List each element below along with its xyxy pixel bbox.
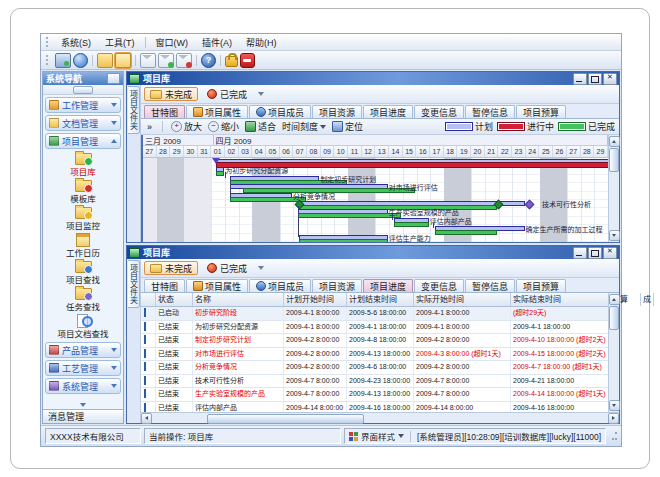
- table-viewtab-0[interactable]: 未完成: [144, 261, 198, 275]
- table-row[interactable]: 已结束评估内部产品2009-4-14 8:00:002009-4-16 18:0…: [141, 402, 608, 413]
- sidebar-item-1[interactable]: 模板库: [70, 179, 96, 204]
- sidebar-tab-message-management[interactable]: 消息管理: [43, 409, 123, 423]
- sidebar-item-3[interactable]: 工作日历: [66, 233, 100, 258]
- table-header-6[interactable]: 实际结束时间: [511, 293, 610, 306]
- menu-item-0[interactable]: 系统(S): [54, 35, 98, 50]
- gantt-bar-actual[interactable]: [216, 171, 224, 176]
- globe-icon[interactable]: [73, 53, 88, 68]
- table-tab-1[interactable]: 项目属性: [186, 279, 248, 292]
- gantt-bar-actual[interactable]: [299, 239, 388, 242]
- sidebar-group-2[interactable]: 项目管理: [45, 133, 121, 149]
- sidebar-group-4[interactable]: 工艺管理: [45, 360, 121, 376]
- scroll-left-icon[interactable]: [141, 413, 152, 424]
- sidebar-group-3[interactable]: 产品管理: [45, 342, 121, 358]
- table-header-1[interactable]: 状态: [156, 293, 193, 306]
- table-horizontal-scrollbar[interactable]: [141, 412, 619, 423]
- table-row[interactable]: 已结束为初步研究分配资源2009-4-1 8:00:002009-4-1 18:…: [141, 321, 608, 335]
- gantt-tab-7[interactable]: 项目预算: [516, 105, 566, 118]
- table-tab-6[interactable]: 暂停信息: [465, 279, 515, 292]
- menu-item-1[interactable]: 工具(T): [98, 35, 142, 50]
- resize-grip-icon[interactable]: [609, 432, 617, 440]
- sidebar-item-0[interactable]: 项目库: [70, 152, 96, 177]
- mail-remove-icon[interactable]: [176, 53, 192, 68]
- viewtabs-dropdown-icon[interactable]: [258, 266, 264, 270]
- table-tab-5[interactable]: 变更信息: [414, 279, 464, 292]
- table-row[interactable]: 已结束生产实验室规模的产品2009-4-7 8:00:002009-4-13 1…: [141, 388, 608, 402]
- gantt-tab-6[interactable]: 暂停信息: [465, 105, 515, 118]
- minimize-button[interactable]: [573, 73, 587, 85]
- table-row[interactable]: 已结束对市场进行评估2009-4-2 8:00:002009-4-13 18:0…: [141, 348, 608, 362]
- table-row[interactable]: 已结束技术可行性分析2009-4-7 8:00:002009-4-23 18:0…: [141, 375, 608, 389]
- table-header-4[interactable]: 计划结束时间: [347, 293, 414, 306]
- sidebar-collapse-button[interactable]: [73, 86, 93, 94]
- scroll-down-icon[interactable]: [609, 400, 620, 411]
- table-row[interactable]: 已启动初步研究阶段2009-4-1 8:00:002009-5-6 18:00:…: [141, 307, 608, 321]
- toolbar-overflow-button[interactable]: »: [145, 122, 154, 132]
- lock-icon[interactable]: [225, 56, 238, 67]
- gantt-bar-actual[interactable]: [298, 213, 401, 218]
- table-vertical-scrollbar[interactable]: [608, 293, 619, 412]
- scroll-up-icon[interactable]: [609, 294, 620, 305]
- gantt-tool-0[interactable]: 放大: [171, 120, 202, 133]
- scroll-up-icon[interactable]: [609, 136, 620, 147]
- table-tab-3[interactable]: 项目资源: [312, 279, 362, 292]
- scroll-thumb[interactable]: [609, 148, 619, 172]
- table-header-2[interactable]: 名称: [193, 293, 284, 306]
- sidebar-item-5[interactable]: 任务查找: [66, 287, 100, 312]
- menu-item-4[interactable]: 帮助(H): [239, 35, 284, 50]
- close-button[interactable]: [603, 247, 617, 259]
- sidebar-item-2[interactable]: 项目监控: [66, 206, 100, 231]
- table-tab-2[interactable]: 项目成员: [249, 279, 311, 292]
- gantt-vertical-scrollbar[interactable]: [608, 135, 619, 242]
- gantt-viewtab-1[interactable]: 已完成: [201, 87, 253, 101]
- gantt-tab-3[interactable]: 项目资源: [312, 105, 362, 118]
- gantt-viewtab-0[interactable]: 未完成: [144, 87, 198, 101]
- monitor-icon[interactable]: [55, 53, 71, 68]
- gantt-bar-actual[interactable]: [435, 230, 497, 235]
- gantt-tool-4[interactable]: 定位: [332, 120, 363, 133]
- table-tab-0[interactable]: 甘特图: [144, 279, 185, 292]
- gantt-tool-1[interactable]: 缩小: [208, 120, 239, 133]
- sidebar-options-button[interactable]: [107, 73, 120, 84]
- table-row[interactable]: 已结束分析竞争情况2009-4-2 8:00:002009-4-6 18:00:…: [141, 361, 608, 375]
- help-icon[interactable]: [201, 53, 216, 68]
- scroll-down-icon[interactable]: [609, 230, 620, 241]
- table-header-3[interactable]: 计划开始时间: [284, 293, 347, 306]
- gantt-tab-0[interactable]: 甘特图: [144, 105, 185, 118]
- sidebar-item-6[interactable]: 项目文档查找: [57, 314, 108, 339]
- gantt-tab-1[interactable]: 项目属性: [186, 105, 248, 118]
- gantt-tab-4[interactable]: 项目进度: [363, 105, 413, 118]
- viewtabs-dropdown-icon[interactable]: [258, 92, 264, 96]
- table-header-5[interactable]: 实际开始时间: [414, 293, 511, 306]
- sidebar-group-1[interactable]: 文档管理: [45, 115, 121, 131]
- table-tab-7[interactable]: 项目预算: [516, 279, 566, 292]
- gantt-bar-actual[interactable]: [394, 222, 429, 227]
- mail-icon[interactable]: [140, 53, 156, 68]
- stop-icon[interactable]: [240, 53, 255, 68]
- close-button[interactable]: [603, 73, 617, 85]
- scroll-thumb[interactable]: [609, 306, 619, 330]
- table-row[interactable]: 已结束制定初步研究计划2009-4-2 8:00:002009-4-8 18:0…: [141, 334, 608, 348]
- sidebar-scroll-down-button[interactable]: [43, 400, 123, 409]
- scroll-thumb[interactable]: [207, 414, 364, 424]
- project-folder-side-tab[interactable]: 项目文件夹: [128, 260, 140, 308]
- maximize-button[interactable]: [588, 247, 602, 259]
- minimize-button[interactable]: [573, 247, 587, 259]
- gantt-tab-2[interactable]: 项目成员: [249, 105, 311, 118]
- folder-open-icon[interactable]: [115, 53, 131, 68]
- project-folder-side-tab[interactable]: 项目文件夹: [128, 86, 140, 134]
- sidebar-group-5[interactable]: 系统管理: [45, 378, 121, 394]
- gantt-tool-2[interactable]: 适合: [245, 120, 276, 133]
- maximize-button[interactable]: [588, 73, 602, 85]
- table-tab-4[interactable]: 项目进度: [363, 279, 413, 292]
- status-style-selector[interactable]: 界面样式 [系统管理员][10:28:09][培训数据库][lucky][110…: [344, 428, 606, 444]
- mail-open-icon[interactable]: [158, 53, 174, 68]
- gantt-tab-5[interactable]: 变更信息: [414, 105, 464, 118]
- gantt-tool-3[interactable]: 时间刻度: [282, 120, 326, 133]
- table-viewtab-1[interactable]: 已完成: [201, 261, 253, 275]
- sidebar-group-0[interactable]: 工作管理: [45, 97, 121, 113]
- menu-item-3[interactable]: 插件(A): [195, 35, 239, 50]
- sidebar-item-4[interactable]: 项目查找: [66, 260, 100, 285]
- table-header-8[interactable]: 成: [641, 293, 654, 306]
- scroll-right-icon[interactable]: [608, 413, 619, 424]
